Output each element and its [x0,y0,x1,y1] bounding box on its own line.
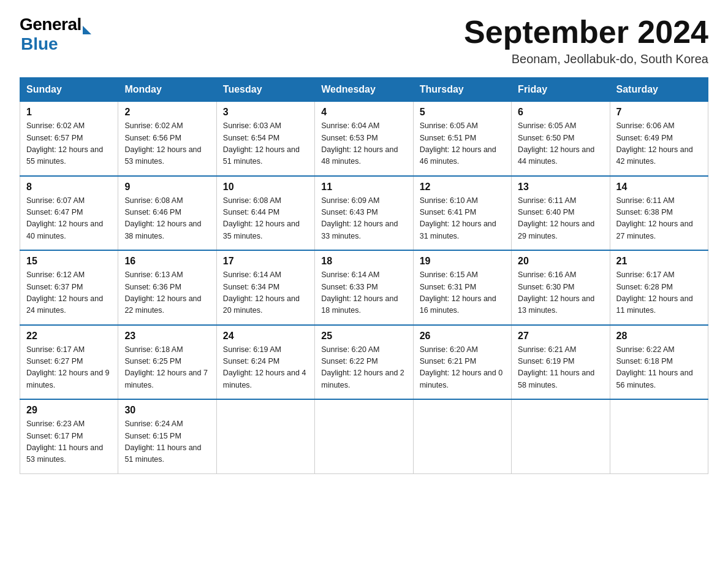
day-number: 1 [26,107,112,118]
day-info: Sunrise: 6:14 AMSunset: 6:33 PMDaylight:… [321,269,406,317]
day-number: 29 [26,405,112,416]
calendar-table: SundayMondayTuesdayWednesdayThursdayFrid… [20,77,708,474]
day-info: Sunrise: 6:06 AMSunset: 6:49 PMDaylight:… [616,120,702,168]
logo-arrow-icon [83,26,91,34]
calendar-week-row: 15 Sunrise: 6:12 AMSunset: 6:37 PMDaylig… [20,250,708,325]
day-number: 9 [124,182,210,193]
day-number: 23 [124,331,210,342]
day-info: Sunrise: 6:05 AMSunset: 6:50 PMDaylight:… [518,120,603,168]
day-number: 22 [26,331,112,342]
calendar-cell: 16 Sunrise: 6:13 AMSunset: 6:36 PMDaylig… [118,250,216,325]
calendar-cell: 25 Sunrise: 6:20 AMSunset: 6:22 PMDaylig… [315,325,413,400]
day-number: 3 [223,107,308,118]
calendar-cell: 2 Sunrise: 6:02 AMSunset: 6:56 PMDayligh… [118,102,216,176]
day-info: Sunrise: 6:13 AMSunset: 6:36 PMDaylight:… [124,269,210,317]
weekday-row: SundayMondayTuesdayWednesdayThursdayFrid… [20,78,708,102]
calendar-cell [512,399,610,473]
day-number: 11 [321,182,406,193]
weekday-header-thursday: Thursday [413,78,511,102]
day-info: Sunrise: 6:07 AMSunset: 6:47 PMDaylight:… [26,195,112,243]
calendar-title: September 2024 [464,15,708,50]
calendar-cell: 29 Sunrise: 6:23 AMSunset: 6:17 PMDaylig… [20,399,118,473]
calendar-week-row: 29 Sunrise: 6:23 AMSunset: 6:17 PMDaylig… [20,399,708,473]
logo-general-text: General [20,15,82,34]
day-info: Sunrise: 6:19 AMSunset: 6:24 PMDaylight:… [223,344,308,392]
day-info: Sunrise: 6:20 AMSunset: 6:21 PMDaylight:… [420,344,505,392]
calendar-cell: 8 Sunrise: 6:07 AMSunset: 6:47 PMDayligh… [20,176,118,251]
day-number: 17 [223,256,308,267]
calendar-cell: 7 Sunrise: 6:06 AMSunset: 6:49 PMDayligh… [610,102,708,176]
logo: General Blue [20,15,91,54]
day-info: Sunrise: 6:09 AMSunset: 6:43 PMDaylight:… [321,195,406,243]
calendar-cell: 10 Sunrise: 6:08 AMSunset: 6:44 PMDaylig… [216,176,314,251]
day-number: 10 [223,182,308,193]
title-block: September 2024 Beonam, Jeollabuk-do, Sou… [464,15,708,66]
day-number: 12 [420,182,505,193]
day-info: Sunrise: 6:05 AMSunset: 6:51 PMDaylight:… [420,120,505,168]
day-number: 27 [518,331,603,342]
weekday-header-wednesday: Wednesday [315,78,413,102]
calendar-week-row: 22 Sunrise: 6:17 AMSunset: 6:27 PMDaylig… [20,325,708,400]
calendar-cell: 19 Sunrise: 6:15 AMSunset: 6:31 PMDaylig… [413,250,511,325]
day-info: Sunrise: 6:14 AMSunset: 6:34 PMDaylight:… [223,269,308,317]
day-number: 7 [616,107,702,118]
day-number: 25 [321,331,406,342]
calendar-cell: 3 Sunrise: 6:03 AMSunset: 6:54 PMDayligh… [216,102,314,176]
calendar-header: SundayMondayTuesdayWednesdayThursdayFrid… [20,78,708,102]
calendar-cell: 24 Sunrise: 6:19 AMSunset: 6:24 PMDaylig… [216,325,314,400]
calendar-cell: 11 Sunrise: 6:09 AMSunset: 6:43 PMDaylig… [315,176,413,251]
day-info: Sunrise: 6:16 AMSunset: 6:30 PMDaylight:… [518,269,603,317]
day-info: Sunrise: 6:15 AMSunset: 6:31 PMDaylight:… [420,269,505,317]
calendar-cell: 12 Sunrise: 6:10 AMSunset: 6:41 PMDaylig… [413,176,511,251]
calendar-cell [216,399,314,473]
calendar-body: 1 Sunrise: 6:02 AMSunset: 6:57 PMDayligh… [20,102,708,474]
day-number: 30 [124,405,210,416]
day-number: 21 [616,256,702,267]
day-info: Sunrise: 6:24 AMSunset: 6:15 PMDaylight:… [124,418,210,466]
calendar-cell [315,399,413,473]
calendar-cell: 6 Sunrise: 6:05 AMSunset: 6:50 PMDayligh… [512,102,610,176]
day-info: Sunrise: 6:02 AMSunset: 6:56 PMDaylight:… [124,120,210,168]
calendar-cell: 18 Sunrise: 6:14 AMSunset: 6:33 PMDaylig… [315,250,413,325]
weekday-header-sunday: Sunday [20,78,118,102]
day-number: 19 [420,256,505,267]
day-number: 5 [420,107,505,118]
calendar-week-row: 1 Sunrise: 6:02 AMSunset: 6:57 PMDayligh… [20,102,708,176]
calendar-cell: 21 Sunrise: 6:17 AMSunset: 6:28 PMDaylig… [610,250,708,325]
calendar-cell [610,399,708,473]
calendar-cell: 5 Sunrise: 6:05 AMSunset: 6:51 PMDayligh… [413,102,511,176]
calendar-cell: 27 Sunrise: 6:21 AMSunset: 6:19 PMDaylig… [512,325,610,400]
day-number: 28 [616,331,702,342]
calendar-cell: 13 Sunrise: 6:11 AMSunset: 6:40 PMDaylig… [512,176,610,251]
page-header: General Blue September 2024 Beonam, Jeol… [20,15,708,66]
day-info: Sunrise: 6:08 AMSunset: 6:44 PMDaylight:… [223,195,308,243]
weekday-header-monday: Monday [118,78,216,102]
day-info: Sunrise: 6:20 AMSunset: 6:22 PMDaylight:… [321,344,406,392]
weekday-header-saturday: Saturday [610,78,708,102]
calendar-cell: 17 Sunrise: 6:14 AMSunset: 6:34 PMDaylig… [216,250,314,325]
calendar-cell: 4 Sunrise: 6:04 AMSunset: 6:53 PMDayligh… [315,102,413,176]
calendar-week-row: 8 Sunrise: 6:07 AMSunset: 6:47 PMDayligh… [20,176,708,251]
day-number: 6 [518,107,603,118]
day-info: Sunrise: 6:22 AMSunset: 6:18 PMDaylight:… [616,344,702,392]
calendar-cell: 15 Sunrise: 6:12 AMSunset: 6:37 PMDaylig… [20,250,118,325]
calendar-cell: 26 Sunrise: 6:20 AMSunset: 6:21 PMDaylig… [413,325,511,400]
calendar-cell: 9 Sunrise: 6:08 AMSunset: 6:46 PMDayligh… [118,176,216,251]
day-number: 14 [616,182,702,193]
day-number: 24 [223,331,308,342]
day-info: Sunrise: 6:11 AMSunset: 6:38 PMDaylight:… [616,195,702,243]
day-number: 16 [124,256,210,267]
day-info: Sunrise: 6:04 AMSunset: 6:53 PMDaylight:… [321,120,406,168]
weekday-header-tuesday: Tuesday [216,78,314,102]
day-number: 13 [518,182,603,193]
day-info: Sunrise: 6:08 AMSunset: 6:46 PMDaylight:… [124,195,210,243]
day-info: Sunrise: 6:10 AMSunset: 6:41 PMDaylight:… [420,195,505,243]
day-info: Sunrise: 6:12 AMSunset: 6:37 PMDaylight:… [26,269,112,317]
day-info: Sunrise: 6:11 AMSunset: 6:40 PMDaylight:… [518,195,603,243]
calendar-cell: 30 Sunrise: 6:24 AMSunset: 6:15 PMDaylig… [118,399,216,473]
calendar-cell: 22 Sunrise: 6:17 AMSunset: 6:27 PMDaylig… [20,325,118,400]
calendar-cell: 23 Sunrise: 6:18 AMSunset: 6:25 PMDaylig… [118,325,216,400]
day-info: Sunrise: 6:02 AMSunset: 6:57 PMDaylight:… [26,120,112,168]
calendar-cell [413,399,511,473]
day-number: 15 [26,256,112,267]
